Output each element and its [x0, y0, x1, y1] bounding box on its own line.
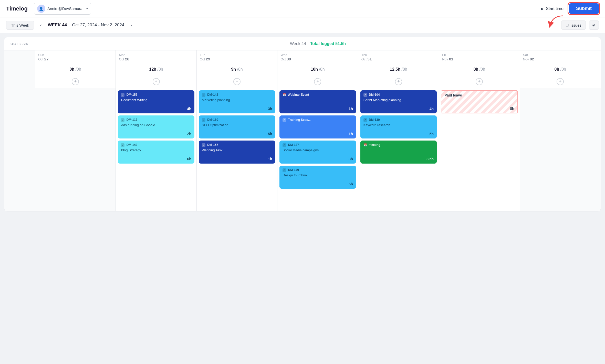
week-range: Oct 27, 2024 - Nov 2, 2024: [72, 23, 124, 28]
week-total-label: Week 44: [290, 41, 306, 46]
add-entry-fri[interactable]: +: [476, 78, 483, 85]
tasks-sat: [520, 88, 601, 211]
hours-fri: 8h /0h: [439, 64, 520, 75]
task-card[interactable]: 📅 Webinar Event 1h: [279, 90, 356, 113]
hours-tue: 9h /8h: [197, 64, 277, 75]
day-header-thu: Thu Oct 31: [358, 50, 439, 64]
tasks-thu: ✓ DM-104 Sprint Marketing planning 4h ✓ …: [358, 88, 439, 211]
tasks-tue: ✓ DM-142 Marketing planning 3h ✓ DM-160 …: [197, 88, 277, 211]
hours-thu: 12.5h /8h: [358, 64, 439, 75]
add-cell-tue: +: [197, 75, 277, 88]
spacer: [4, 64, 35, 75]
week-label: WEEK 44: [48, 23, 67, 28]
day-header-sat: Sat Nov 02: [520, 50, 601, 64]
add-cell-sat: +: [520, 75, 601, 88]
task-card[interactable]: ✓ DM-155 Document Writing 4h: [118, 90, 194, 113]
add-entry-tue[interactable]: +: [233, 78, 241, 85]
add-cell-mon: +: [116, 75, 196, 88]
add-entry-sat[interactable]: +: [557, 78, 564, 85]
task-card[interactable]: ✓ DM-160 SEO Optimization 5h: [199, 115, 275, 138]
toolbar-right: ⊟ Issues ⊜: [561, 20, 599, 30]
filter-button[interactable]: ⊜: [589, 20, 599, 30]
start-timer-button[interactable]: ▶ Start timer: [541, 6, 565, 11]
total-logged: Total logged 51.5h: [310, 41, 346, 46]
task-card[interactable]: ✓ DM-130 Keyword research 5h: [360, 115, 437, 138]
task-card[interactable]: ✓ DM-149 Design thumbnail 5h: [279, 166, 356, 189]
day-header-mon: Mon Oct 28: [116, 50, 196, 64]
add-entry-sun[interactable]: +: [72, 78, 79, 85]
tasks-sun: [35, 88, 116, 211]
prev-week-button[interactable]: ‹: [38, 22, 44, 29]
hours-row: 0h /0h 12h /8h 9h /8h 10h /8h 12.5h /8h …: [4, 64, 601, 75]
task-card[interactable]: ✓ DM-142 Marketing planning 3h: [199, 90, 275, 113]
issues-label: Issues: [570, 23, 581, 27]
issues-icon: ⊟: [566, 23, 569, 27]
header: Timelog 👤 Annie @DevSamurai ▾ ▶ Start ti…: [0, 0, 605, 17]
header-actions: ▶ Start timer Submit: [541, 3, 599, 14]
tasks-fri: Paid leave 8h: [439, 88, 520, 211]
calendar-header: OCT 2024 Week 44 Total logged 51.5h: [4, 37, 601, 50]
tasks-wed: 📅 Webinar Event 1h ✓ Training Sess... 1h…: [277, 88, 358, 211]
task-card[interactable]: ✓ DM-104 Sprint Marketing planning 4h: [360, 90, 437, 113]
add-cell-fri: +: [439, 75, 520, 88]
day-header-sun: Sun Oct 27: [35, 50, 116, 64]
play-icon: ▶: [541, 7, 544, 11]
user-selector[interactable]: 👤 Annie @DevSamurai ▾: [34, 3, 91, 15]
hours-sun: 0h /0h: [35, 64, 116, 75]
day-header-tue: Tue Oct 29: [197, 50, 277, 64]
issues-button[interactable]: ⊟ Issues: [561, 20, 586, 30]
chevron-down-icon: ▾: [86, 7, 88, 10]
tasks-mon: ✓ DM-155 Document Writing 4h ✓ DM-117 Ad…: [116, 88, 196, 211]
task-card[interactable]: ✓ DM-117 Ads running on Google 2h: [118, 115, 194, 138]
day-headers: Sun Oct 27 Mon Oct 28 Tue Oct 29 Wed Oct…: [4, 50, 601, 64]
spacer: [4, 88, 35, 211]
add-cell-sun: +: [35, 75, 116, 88]
task-card[interactable]: ✓ Training Sess... 1h: [279, 115, 356, 138]
task-card[interactable]: 📅 meeting 3.5h: [360, 141, 437, 164]
month-label: OCT 2024: [11, 42, 41, 46]
add-entry-mon[interactable]: +: [153, 78, 160, 85]
task-card[interactable]: ✓ DM-143 Blog Strategy 6h: [118, 141, 194, 164]
hours-sat: 0h /0h: [520, 64, 601, 75]
paid-leave-card[interactable]: Paid leave 8h: [441, 90, 517, 113]
tasks-area: ✓ DM-155 Document Writing 4h ✓ DM-117 Ad…: [4, 88, 601, 211]
week-total: Week 44 Total logged 51.5h: [41, 41, 594, 46]
day-header-wed: Wed Oct 30: [277, 50, 358, 64]
spacer: [4, 75, 35, 88]
calendar: OCT 2024 Week 44 Total logged 51.5h Sun …: [4, 37, 601, 211]
avatar: 👤: [37, 5, 45, 13]
add-entry-thu[interactable]: +: [395, 78, 402, 85]
spacer: [4, 50, 35, 64]
filter-icon: ⊜: [592, 23, 596, 27]
add-cell-thu: +: [358, 75, 439, 88]
hours-wed: 10h /8h: [277, 64, 358, 75]
task-card[interactable]: ✓ DM-137 Social Media campaigns 3h: [279, 141, 356, 164]
add-entry-wed[interactable]: +: [314, 78, 321, 85]
submit-button[interactable]: Submit: [569, 3, 599, 14]
hours-mon: 12h /8h: [116, 64, 196, 75]
add-row: + + + + + + +: [4, 75, 601, 88]
this-week-button[interactable]: This Week: [6, 21, 34, 30]
add-cell-wed: +: [277, 75, 358, 88]
day-header-fri: Fri Nov 01: [439, 50, 520, 64]
task-card[interactable]: ✓ DM-157 Planning Task 1h: [199, 141, 275, 164]
app-logo: Timelog: [6, 5, 28, 12]
start-timer-label: Start timer: [546, 6, 565, 11]
toolbar: This Week ‹ WEEK 44 Oct 27, 2024 - Nov 2…: [0, 17, 605, 33]
user-name: Annie @DevSamurai: [47, 6, 83, 11]
next-week-button[interactable]: ›: [128, 22, 134, 29]
